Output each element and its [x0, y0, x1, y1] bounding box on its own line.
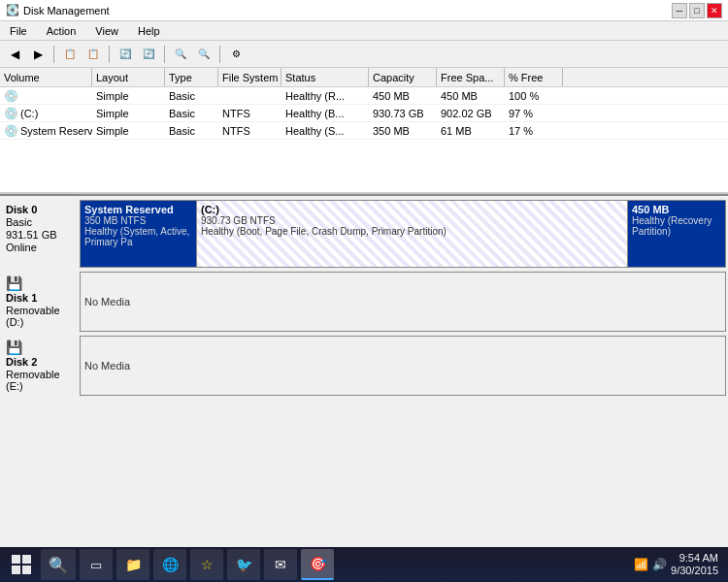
app-icon: 💽: [6, 4, 19, 16]
col-header-capacity[interactable]: Capacity: [369, 68, 437, 86]
disk-1-icon: 💾: [6, 275, 76, 291]
disk-1-content: No Media: [80, 272, 726, 332]
cell-pctfree-2: 17 %: [505, 125, 563, 137]
cell-freespace-0: 450 MB: [437, 90, 505, 102]
cell-freespace-1: 902.02 GB: [437, 108, 505, 119]
cell-pctfree-1: 97 %: [505, 108, 563, 119]
menu-action[interactable]: Action: [41, 24, 83, 38]
taskbar-tray: 📶 🔊 9:54 AM 9/30/2015: [628, 552, 724, 577]
cell-freespace-2: 61 MB: [437, 125, 505, 137]
cell-volume-1: 💿 (C:): [0, 107, 92, 120]
disk-1-media: No Media: [84, 296, 130, 307]
disk-row-2: 💾 Disk 2 Removable (E:) No Media: [2, 336, 726, 396]
partition-c-name: (C:): [201, 204, 623, 215]
disk-row-0: Disk 0 Basic 931.51 GB Online System Res…: [2, 200, 726, 268]
start-button[interactable]: [4, 547, 39, 582]
disk-1-type: Removable (D:): [6, 305, 76, 328]
tray-time-text: 9:54 AM: [671, 552, 718, 565]
list-item[interactable]: 💿 System Reserved Simple Basic NTFS Heal…: [0, 122, 728, 140]
minimize-button[interactable]: ─: [672, 3, 687, 18]
list-item[interactable]: 💿 (C:) Simple Basic NTFS Healthy (B... 9…: [0, 105, 728, 122]
toolbar-forward[interactable]: ▶: [27, 44, 49, 65]
cell-layout-1: Simple: [92, 108, 165, 119]
disk-2-media: No Media: [84, 360, 130, 372]
col-header-status[interactable]: Status: [281, 68, 369, 86]
toolbar-properties[interactable]: 📋: [59, 44, 81, 65]
maximize-button[interactable]: □: [689, 3, 705, 18]
tray-network-icon: 📶: [634, 558, 648, 571]
toolbar-settings[interactable]: ⚙: [225, 44, 247, 65]
toolbar-search1[interactable]: 🔍: [170, 44, 191, 65]
close-button[interactable]: ✕: [707, 3, 722, 18]
col-header-volume[interactable]: Volume: [0, 68, 92, 86]
partition-sr-name: System Reserved: [84, 204, 192, 215]
toolbar-help[interactable]: 📋: [83, 44, 104, 65]
toolbar-sep3: [164, 46, 165, 63]
col-header-freespace[interactable]: Free Spa...: [437, 68, 505, 86]
partition-c-size: 930.73 GB NTFS: [201, 215, 623, 226]
disk-view: Disk 0 Basic 931.51 GB Online System Res…: [0, 194, 728, 561]
taskbar-favorites[interactable]: ☆: [190, 549, 223, 580]
cell-fs-1: NTFS: [218, 108, 281, 119]
disk-2-icon: 💾: [6, 340, 76, 355]
menu-bar: File Action View Help: [0, 21, 728, 41]
toolbar: ◀ ▶ 📋 📋 🔄 🔄 🔍 🔍 ⚙: [0, 41, 728, 68]
tray-clock[interactable]: 9:54 AM 9/30/2015: [671, 552, 718, 577]
disk-2-name: Disk 2: [6, 356, 76, 368]
cell-layout-0: Simple: [92, 90, 165, 102]
taskbar-task-view[interactable]: ▭: [80, 549, 113, 580]
partition-sr-size: 350 MB NTFS: [84, 215, 192, 226]
taskbar: 🔍 ▭ 📁 🌐 ☆ 🐦 ✉ 🎯 📶 🔊 9:54 AM 9/30/2015: [0, 547, 728, 582]
cell-pctfree-0: 100 %: [505, 90, 563, 102]
taskbar-mail[interactable]: ✉: [264, 549, 297, 580]
menu-help[interactable]: Help: [132, 24, 166, 38]
disk-label-0: Disk 0 Basic 931.51 GB Online: [2, 200, 80, 268]
disk-label-1: 💾 Disk 1 Removable (D:): [2, 272, 80, 332]
toolbar-back[interactable]: ◀: [4, 44, 25, 65]
cell-status-0: Healthy (R...: [281, 90, 369, 102]
disk-2-content: No Media: [80, 336, 726, 396]
disk-icon-0: 💿: [4, 89, 18, 103]
disk-label-2: 💾 Disk 2 Removable (E:): [2, 336, 80, 396]
taskbar-explorer[interactable]: 📁: [116, 549, 149, 580]
menu-file[interactable]: File: [4, 24, 33, 38]
main-window: Volume Layout Type File System Status Ca…: [0, 68, 728, 582]
disk-1-name: Disk 1: [6, 292, 76, 304]
list-item[interactable]: 💿 Simple Basic Healthy (R... 450 MB 450 …: [0, 87, 728, 105]
col-header-layout[interactable]: Layout: [92, 68, 165, 86]
col-header-type[interactable]: Type: [165, 68, 218, 86]
taskbar-disk-management[interactable]: 🎯: [301, 549, 334, 580]
partition-sr-desc: Healthy (System, Active, Primary Pa: [84, 226, 192, 247]
toolbar-refresh1[interactable]: 🔄: [115, 44, 136, 65]
cell-type-2: Basic: [165, 125, 218, 137]
title-bar-text: Disk Management: [23, 5, 672, 16]
taskbar-twitter[interactable]: 🐦: [227, 549, 260, 580]
taskbar-edge[interactable]: 🌐: [153, 549, 186, 580]
cell-volume-0: 💿: [0, 89, 92, 103]
partition-system-reserved[interactable]: System Reserved 350 MB NTFS Healthy (Sys…: [81, 201, 197, 267]
disk-icon-2: 💿: [4, 124, 18, 138]
tray-icons: 📶 🔊: [634, 558, 667, 571]
taskbar-search[interactable]: 🔍: [41, 549, 76, 580]
cell-fs-2: NTFS: [218, 125, 281, 137]
col-header-pctfree[interactable]: % Free: [505, 68, 563, 86]
title-controls: ─ □ ✕: [672, 3, 722, 18]
disk-2-type: Removable (E:): [6, 369, 76, 392]
cell-status-2: Healthy (S...: [281, 125, 369, 137]
toolbar-search2[interactable]: 🔍: [193, 44, 215, 65]
toolbar-refresh2[interactable]: 🔄: [138, 44, 159, 65]
partition-recovery[interactable]: 450 MB Healthy (Recovery Partition): [628, 201, 725, 267]
partition-rec-desc: Healthy (Recovery Partition): [632, 215, 721, 237]
cell-layout-2: Simple: [92, 125, 165, 137]
windows-icon: [12, 555, 31, 574]
disk-0-type: Basic: [6, 216, 76, 228]
menu-view[interactable]: View: [89, 24, 124, 38]
list-header: Volume Layout Type File System Status Ca…: [0, 68, 728, 87]
cell-capacity-1: 930.73 GB: [369, 108, 437, 119]
partition-c-drive[interactable]: (C:) 930.73 GB NTFS Healthy (Boot, Page …: [197, 201, 628, 267]
col-header-fs[interactable]: File System: [218, 68, 281, 86]
partition-c-desc: Healthy (Boot, Page File, Crash Dump, Pr…: [201, 226, 623, 237]
tray-date-text: 9/30/2015: [671, 565, 718, 577]
disk-icon-1: 💿: [4, 107, 18, 120]
disk-0-name: Disk 0: [6, 204, 76, 215]
